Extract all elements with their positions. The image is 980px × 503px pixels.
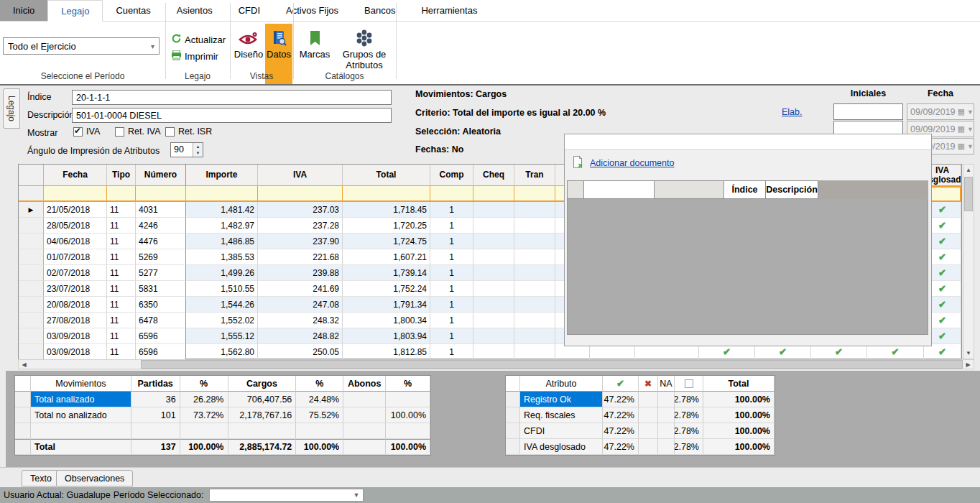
summary-header-cell[interactable]: Cargos bbox=[228, 376, 297, 392]
grid-header-cell[interactable]: Total bbox=[343, 165, 430, 186]
grid-cell[interactable]: 4246 bbox=[136, 218, 186, 234]
table-row[interactable]: Total137100.00%2,885,174.72100.00%100.00… bbox=[15, 439, 430, 455]
grid-cell[interactable]: 11 bbox=[107, 281, 136, 297]
summary-cell[interactable] bbox=[639, 423, 658, 439]
grid-cell[interactable] bbox=[19, 265, 44, 281]
summary-header-cell[interactable]: % bbox=[180, 376, 228, 392]
summary-header-cell[interactable] bbox=[15, 376, 31, 392]
grid-cell[interactable]: ✔ bbox=[924, 344, 961, 360]
summary-cell[interactable] bbox=[15, 407, 31, 423]
grid-filter-cell[interactable] bbox=[186, 186, 258, 202]
grid-cell[interactable]: 1 bbox=[430, 344, 473, 360]
grid-cell[interactable]: 1 bbox=[430, 202, 473, 218]
summary-cell[interactable]: 2,885,174.72 bbox=[228, 439, 297, 455]
summary-cell[interactable]: Total bbox=[31, 439, 131, 455]
checkbox-box[interactable] bbox=[73, 127, 83, 137]
popup-title-bar[interactable] bbox=[565, 134, 931, 150]
grid-cell[interactable]: 221.68 bbox=[258, 249, 343, 265]
summary-cell[interactable]: 47.22% bbox=[603, 423, 639, 439]
grid-cell[interactable]: 1 bbox=[430, 328, 473, 344]
summary-cell[interactable]: Total no analizado bbox=[31, 407, 131, 423]
summary-cell[interactable]: 100.00% bbox=[386, 407, 430, 423]
grid-cell[interactable] bbox=[514, 202, 555, 218]
status-period-combobox[interactable]: ▼ bbox=[209, 489, 364, 502]
spinner-down-icon[interactable]: ▼ bbox=[193, 150, 203, 157]
grid-cell[interactable]: 250.05 bbox=[258, 344, 343, 360]
grid-cell[interactable]: 20/08/2018 bbox=[44, 297, 107, 313]
summary-cell[interactable]: 101 bbox=[131, 407, 180, 423]
grid-cell[interactable]: 1,720.25 bbox=[343, 218, 430, 234]
grid-cell[interactable]: 1 bbox=[430, 249, 473, 265]
grid-cell[interactable]: 11 bbox=[107, 202, 136, 218]
summary-cell[interactable] bbox=[658, 392, 675, 407]
summary-cell[interactable] bbox=[658, 423, 675, 439]
grid-cell[interactable] bbox=[473, 265, 514, 281]
grid-cell[interactable]: ✔ bbox=[755, 344, 811, 360]
grid-cell[interactable] bbox=[19, 218, 44, 234]
grid-cell[interactable]: 1,803.94 bbox=[343, 328, 430, 344]
summary-cell[interactable]: Total analizado bbox=[31, 392, 131, 407]
grid-cell[interactable] bbox=[19, 344, 44, 360]
grid-cell[interactable] bbox=[514, 328, 555, 344]
date-picker-1[interactable]: 09/09/2019▦▼ bbox=[907, 103, 974, 120]
vertical-scrollbar[interactable]: ▲ ▼ bbox=[963, 164, 974, 359]
grid-filter-cell[interactable] bbox=[19, 186, 44, 202]
summary-cell[interactable]: IVA desglosado bbox=[520, 439, 603, 455]
popup-header-blank[interactable] bbox=[655, 180, 724, 199]
ribbon-tab-bancos[interactable]: Bancos bbox=[351, 0, 408, 21]
table-row[interactable]: Registro Ok47.22%52.78%100.00% bbox=[506, 392, 775, 407]
scroll-down-icon[interactable]: ▼ bbox=[963, 348, 974, 359]
grid-cell[interactable] bbox=[473, 297, 514, 313]
scroll-left-icon[interactable]: ◀ bbox=[19, 360, 29, 369]
grid-header-cell[interactable]: Número bbox=[136, 165, 186, 186]
grid-filter-cell[interactable] bbox=[343, 186, 430, 202]
grid-cell[interactable]: 5277 bbox=[136, 265, 186, 281]
descripcion-input[interactable]: 501-01-0004 DIESEL bbox=[72, 108, 392, 123]
checkbox-box[interactable] bbox=[115, 127, 124, 137]
summary-cell[interactable]: 100.00% bbox=[180, 439, 228, 455]
scrollbar-thumb[interactable] bbox=[964, 177, 973, 211]
grid-filter-cell[interactable] bbox=[473, 186, 514, 202]
grid-cell[interactable]: 1,499.26 bbox=[186, 265, 258, 281]
grid-cell[interactable]: 1,812.85 bbox=[343, 344, 430, 360]
grid-header-cell[interactable]: Comp bbox=[430, 165, 473, 186]
summary-header-cell[interactable]: ✖ bbox=[639, 376, 658, 392]
summary-cell[interactable] bbox=[31, 423, 131, 439]
grid-cell[interactable]: 6596 bbox=[136, 328, 186, 344]
grid-cell[interactable]: 02/07/2018 bbox=[44, 265, 107, 281]
summary-cell[interactable]: 26.28% bbox=[180, 392, 228, 407]
grid-cell[interactable]: 4031 bbox=[136, 202, 186, 218]
grid-cell[interactable] bbox=[514, 234, 555, 249]
actualizar-button[interactable]: Actualizar bbox=[171, 33, 226, 46]
grid-header-cell[interactable]: Tipo bbox=[107, 165, 136, 186]
grid-cell[interactable] bbox=[19, 297, 44, 313]
summary-header-cell[interactable]: Abonos bbox=[343, 376, 386, 392]
grid-cell[interactable]: 03/09/2018 bbox=[44, 328, 107, 344]
grid-cell[interactable]: 237.03 bbox=[258, 202, 343, 218]
grid-header-cell[interactable]: Fecha bbox=[44, 165, 107, 186]
grid-cell[interactable]: 1,481.42 bbox=[186, 202, 258, 218]
grid-cell[interactable] bbox=[514, 297, 555, 313]
grid-cell[interactable] bbox=[514, 281, 555, 297]
summary-cell[interactable]: 52.78% bbox=[675, 392, 703, 407]
scroll-right-icon[interactable]: ▶ bbox=[963, 360, 974, 369]
grid-cell[interactable]: 5831 bbox=[136, 281, 186, 297]
summary-cell[interactable]: 100.00% bbox=[703, 439, 775, 455]
checkbox-ret-isr[interactable]: Ret. ISR bbox=[165, 126, 212, 137]
grid-cell[interactable]: 11 bbox=[107, 234, 136, 249]
grid-cell[interactable] bbox=[514, 344, 555, 360]
summary-cell[interactable]: 2,178,767.16 bbox=[228, 407, 297, 423]
ribbon-tab-herramientas[interactable]: Herramientas bbox=[408, 0, 490, 21]
grid-cell[interactable] bbox=[514, 265, 555, 281]
grid-cell[interactable] bbox=[473, 202, 514, 218]
grid-cell[interactable]: 1 bbox=[430, 297, 473, 313]
tab-observaciones[interactable]: Observaciones bbox=[56, 470, 133, 486]
scroll-up-icon[interactable]: ▲ bbox=[963, 165, 974, 175]
summary-cell[interactable] bbox=[658, 407, 675, 423]
spinner-up-icon[interactable]: ▲ bbox=[193, 143, 203, 150]
table-row[interactable]: 03/09/20181165961,562.80250.051,812.851✔… bbox=[19, 344, 961, 360]
summary-cell[interactable] bbox=[296, 423, 343, 439]
summary-header-cell[interactable] bbox=[675, 376, 703, 392]
summary-cell[interactable] bbox=[639, 439, 658, 455]
summary-cell[interactable] bbox=[386, 423, 430, 439]
